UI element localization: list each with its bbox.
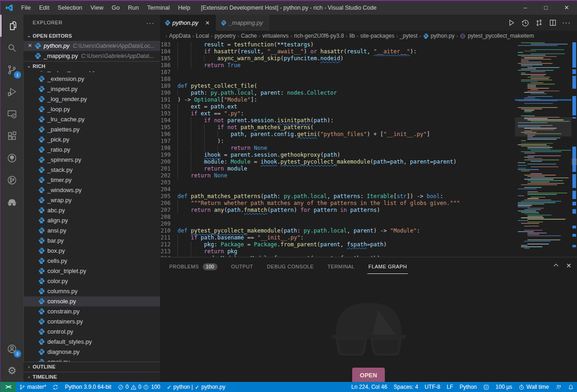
panel-tab-debug-console[interactable]: DEBUG CONSOLE	[266, 259, 315, 273]
cursor-position[interactable]: Ln 224, Col 46	[348, 382, 390, 392]
accounts-icon[interactable]: 2	[0, 338, 23, 360]
remote-explorer-icon[interactable]	[0, 103, 23, 125]
file-tree-item[interactable]: color_triplet.py	[23, 266, 160, 276]
launch-button[interactable]	[480, 382, 492, 392]
file-tree-item[interactable]: _stack.py	[23, 165, 160, 175]
open-editor-item[interactable]: _mapping.pyC:\Users\Gabriele\AppData\...	[23, 51, 160, 61]
wall-time-mode[interactable]: Wall time	[515, 382, 552, 392]
menu-go[interactable]: Go	[108, 1, 124, 14]
breadcrumb-item[interactable]: virtualenvs	[262, 33, 288, 39]
breadcrumb-item[interactable]: python.py	[423, 33, 455, 39]
file-tree-item[interactable]: bar.py	[23, 236, 160, 246]
open-editors-header[interactable]: ⌄ OPEN EDITORS	[23, 31, 160, 41]
breadcrumb-item[interactable]: lib	[349, 33, 355, 39]
file-tree-item[interactable]: default_styles.py	[23, 337, 160, 347]
file-tree-item[interactable]: control.py	[23, 327, 160, 337]
austin-flame-graph-icon[interactable]	[0, 191, 23, 213]
extensions-icon[interactable]	[0, 125, 23, 147]
encoding[interactable]: UTF-8	[421, 382, 443, 392]
breadcrumb-item[interactable]: Cache	[241, 33, 257, 39]
file-tree-item[interactable]: ansi.py	[23, 226, 160, 236]
panel-tab-terminal[interactable]: TERMINAL	[326, 259, 355, 273]
menu-file[interactable]: File	[17, 1, 35, 14]
file-tree-item[interactable]: _spinners.py	[23, 155, 160, 165]
file-tree-item[interactable]: _lru_cache.py	[23, 114, 160, 125]
timeline-history-icon[interactable]	[518, 17, 532, 29]
breadcrumb-item[interactable]: pypoetry	[214, 33, 235, 39]
eol-sequence[interactable]: LF	[443, 382, 456, 392]
maximize-button[interactable]: □	[536, 1, 556, 14]
menu-edit[interactable]: Edit	[35, 1, 53, 14]
python-interpreter[interactable]: Python 3.9.0 64-bit	[62, 382, 114, 392]
file-tree-item[interactable]: diagnose.py	[23, 347, 160, 357]
file-tree-item[interactable]: emoji.py	[23, 357, 160, 362]
timeline-section-header[interactable]: › TIMELINE	[23, 372, 160, 382]
file-tree-item[interactable]: cells.py	[23, 256, 160, 266]
file-tree-item[interactable]: constrain.py	[23, 307, 160, 317]
sidebar-more-actions-icon[interactable]: ···	[146, 19, 154, 27]
minimap[interactable]	[515, 41, 571, 257]
problems-summary[interactable]: 00100	[114, 382, 163, 392]
breadcrumb-item[interactable]: AppData	[169, 33, 191, 39]
menu-run[interactable]: Run	[124, 1, 143, 14]
file-tree-item[interactable]: _extension.py	[23, 74, 160, 84]
breadcrumb-item[interactable]: pytest_pycollect_makeitem	[460, 33, 534, 39]
split-editor-icon[interactable]	[546, 17, 560, 29]
remote-indicator[interactable]: ><	[0, 382, 16, 392]
minimize-button[interactable]: –	[515, 1, 536, 14]
code-area[interactable]: 183 result = testfunction(**testargs)184…	[160, 41, 515, 257]
panel-tab-output[interactable]: OUTPUT	[230, 259, 254, 273]
run-debug-icon[interactable]	[0, 81, 23, 103]
close-icon[interactable]: ✕	[26, 43, 34, 49]
file-tree-item[interactable]: _log_render.py	[23, 94, 160, 104]
settings-gear-icon[interactable]: ⚙	[0, 360, 23, 382]
language-mode[interactable]: Python	[456, 382, 480, 392]
sync-status[interactable]	[49, 382, 62, 392]
open-editor-item[interactable]: ✕python.pyC:\Users\Gabriele\AppData\Loc.…	[23, 41, 160, 51]
panel-tab-flame-graph[interactable]: FLAME GRAPH	[367, 259, 408, 274]
notifications-bell[interactable]	[565, 382, 577, 392]
file-tree-item[interactable]: _timer.py	[23, 175, 160, 185]
sampling-interval[interactable]: 100 µs	[492, 382, 515, 392]
more-actions-icon[interactable]: ···	[560, 17, 573, 29]
close-icon[interactable]: ✕	[204, 20, 211, 26]
github-icon[interactable]	[0, 147, 23, 169]
feedback[interactable]	[552, 382, 565, 392]
file-tree-item[interactable]: _windows.py	[23, 185, 160, 195]
maximize-panel-icon[interactable]	[553, 262, 560, 271]
file-tree-item[interactable]: _palettes.py	[23, 125, 160, 135]
file-tree-item[interactable]: align.py	[23, 216, 160, 226]
open-flame-graph-button[interactable]: OPEN	[352, 368, 385, 383]
git-history-icon[interactable]	[0, 169, 23, 191]
breadcrumb-item[interactable]: rich-gen2U0f6-py3.8	[294, 33, 344, 39]
folder-section-header[interactable]: ⌄ RICH	[23, 61, 160, 71]
open-changes-icon[interactable]	[532, 17, 546, 29]
close-panel-icon[interactable]: ✕	[566, 262, 571, 271]
source-control-icon[interactable]: 1	[0, 59, 23, 81]
menu-selection[interactable]: Selection	[53, 1, 86, 14]
code-editor[interactable]: 183 result = testfunction(**testargs)184…	[160, 41, 577, 257]
file-tree-item[interactable]: _ratio.py	[23, 145, 160, 155]
breadcrumb-item[interactable]: _pytest	[400, 33, 417, 39]
file-tree-item[interactable]: box.py	[23, 246, 160, 256]
file-tree-item[interactable]: color.py	[23, 276, 160, 286]
indentation[interactable]: Spaces: 4	[390, 382, 421, 392]
editor-tab-_mapping.py[interactable]: _mapping.py	[216, 15, 269, 31]
file-tree-item[interactable]: _wrap.py	[23, 195, 160, 205]
file-tree-item[interactable]: _inspect.py	[23, 84, 160, 94]
breadcrumb-item[interactable]: Local	[196, 33, 209, 39]
run-file-icon[interactable]	[504, 17, 518, 29]
explorer-icon[interactable]	[0, 15, 23, 37]
file-tree-item[interactable]: _pick.py	[23, 135, 160, 145]
file-tree-item[interactable]: containers.py	[23, 317, 160, 327]
editor-tab-python.py[interactable]: python.py✕	[160, 15, 216, 31]
file-tree-item[interactable]: columns.py	[23, 286, 160, 296]
outline-section-header[interactable]: › OUTLINE	[23, 362, 160, 372]
menu-terminal[interactable]: Terminal	[143, 1, 174, 14]
breadcrumb-item[interactable]: site-packages	[360, 33, 394, 39]
search-icon[interactable]	[0, 37, 23, 59]
close-button[interactable]: ✕	[556, 1, 577, 14]
panel-tab-problems[interactable]: PROBLEMS100	[168, 258, 218, 274]
menu-help[interactable]: Help	[174, 1, 194, 14]
file-tree-item[interactable]: _loop.py	[23, 104, 160, 114]
